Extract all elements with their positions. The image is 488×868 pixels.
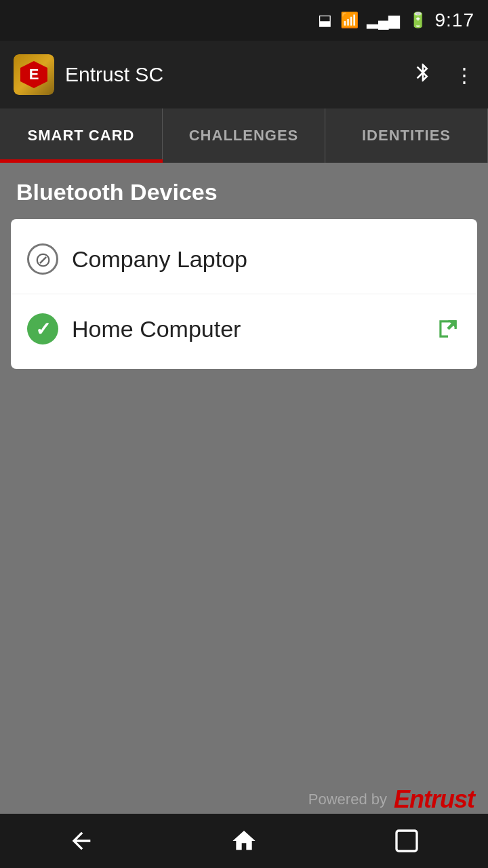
device-status-inactive-icon: [27, 243, 58, 275]
branding: Powered by Entrust: [308, 785, 474, 814]
device-item-company-laptop[interactable]: Company Laptop: [11, 224, 477, 294]
more-options-button[interactable]: ⋮: [454, 63, 474, 87]
device-name-company-laptop: Company Laptop: [72, 246, 461, 273]
status-icons: ⬓ 📶 ▂▄▆ 🔋 9:17: [318, 9, 474, 31]
powered-by-text: Powered by: [308, 791, 387, 808]
tab-identities[interactable]: IDENTITIES: [325, 108, 488, 163]
section-title: Bluetooth Devices: [11, 179, 477, 205]
bluetooth-button[interactable]: [412, 62, 434, 88]
tab-indicator: [0, 159, 163, 163]
tab-bar: SMART CARD CHALLENGES IDENTITIES: [0, 108, 488, 163]
battery-status-icon: 🔋: [409, 12, 427, 29]
device-card: Company Laptop Home Computer: [11, 219, 477, 369]
nav-bar: [0, 814, 488, 868]
bluetooth-status-icon: ⬓: [318, 12, 332, 29]
wifi-status-icon: 📶: [340, 12, 359, 29]
content-area: Bluetooth Devices Company Laptop Home Co…: [0, 163, 488, 385]
signal-status-icon: ▂▄▆: [367, 12, 401, 29]
app-bar: Entrust SC ⋮: [0, 41, 488, 108]
app-icon: [14, 54, 54, 95]
tab-smart-card[interactable]: SMART CARD: [0, 108, 163, 163]
home-button[interactable]: [210, 821, 278, 861]
entrust-logo: Entrust: [394, 785, 474, 814]
status-time: 9:17: [435, 9, 475, 31]
device-name-home-computer: Home Computer: [72, 316, 422, 342]
app-bar-actions: ⋮: [412, 62, 474, 88]
back-button[interactable]: [47, 821, 115, 861]
device-status-active-icon: [27, 313, 58, 344]
device-connected-arrow-icon: [435, 316, 461, 342]
svg-rect-2: [396, 831, 417, 851]
tab-challenges[interactable]: CHALLENGES: [163, 108, 325, 163]
app-icon-inner: [14, 54, 54, 95]
device-item-home-computer[interactable]: Home Computer: [11, 294, 477, 363]
status-bar: ⬓ 📶 ▂▄▆ 🔋 9:17: [0, 0, 488, 41]
recents-button[interactable]: [373, 821, 441, 861]
app-title: Entrust SC: [65, 63, 401, 86]
